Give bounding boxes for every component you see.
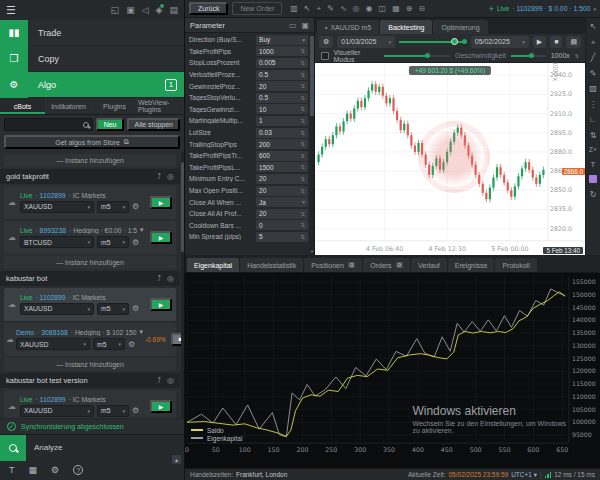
tab-cbots[interactable]: cBots bbox=[0, 98, 46, 114]
start-bot-button[interactable]: ▶ bbox=[150, 298, 172, 311]
parameter-input[interactable]: Buy▾ bbox=[256, 35, 308, 45]
parameter-input[interactable]: 600⇅ bbox=[256, 151, 308, 161]
trading-hours-value[interactable]: Frankfurt, London bbox=[236, 471, 287, 478]
bottom-tab-positionen[interactable]: Positionen0 bbox=[304, 258, 362, 272]
arrows-tool-icon[interactable]: ⇅ bbox=[590, 131, 597, 140]
parameter-input[interactable]: 1⇅ bbox=[256, 116, 308, 126]
bottom-tab-handelsstatistik[interactable]: Handelsstatistik bbox=[240, 258, 303, 272]
add-account-icon[interactable]: + bbox=[489, 4, 494, 14]
add-instance-row[interactable]: — Instanz hinzufügen bbox=[4, 358, 176, 371]
start-date-select[interactable]: 01/03/2025 ▾ bbox=[337, 36, 395, 48]
symbol-select[interactable]: XAUUSD▾ bbox=[20, 405, 94, 417]
share-icon[interactable]: ⤴ bbox=[157, 172, 161, 181]
pattern-tool-icon[interactable]: ▨ bbox=[589, 84, 597, 93]
windows-icon[interactable]: ▣ bbox=[126, 5, 135, 15]
back-button[interactable]: Zurück bbox=[189, 2, 228, 15]
trendline-tool-icon[interactable]: ╱ bbox=[591, 53, 596, 62]
scroll-up-arrow[interactable]: ▲ bbox=[172, 455, 181, 464]
draw-icon[interactable]: ✎ bbox=[327, 4, 334, 13]
bot-section-header[interactable]: kabustar bot test version⤴◎ bbox=[0, 373, 180, 388]
add-instance-row[interactable]: — Instanz hinzufügen bbox=[4, 154, 176, 167]
text-tool-icon[interactable]: T bbox=[591, 160, 596, 169]
analyze-button[interactable] bbox=[0, 435, 26, 461]
start-bot-button[interactable]: ▶ bbox=[150, 400, 172, 413]
parameter-input[interactable]: 0.5⇅ bbox=[256, 93, 308, 103]
panel-menu-icon[interactable]: ▣ bbox=[301, 21, 309, 30]
hamburger-menu-icon[interactable]: ☰ bbox=[6, 4, 16, 17]
start-bot-button[interactable]: ▶ bbox=[150, 196, 172, 209]
menu-item-algo[interactable]: ⚙Algo1 bbox=[0, 72, 184, 98]
share-icon[interactable]: ⤴ bbox=[157, 274, 161, 283]
instance-settings-icon[interactable]: ⚙ bbox=[132, 202, 139, 211]
build-icon[interactable]: ◎ bbox=[167, 376, 174, 385]
progress-slider[interactable] bbox=[384, 55, 450, 57]
parameter-input[interactable]: 200⇅ bbox=[256, 139, 308, 149]
speed-stepper[interactable]: ⇅ bbox=[575, 53, 579, 59]
instance-card[interactable]: ☁Live· 1102899· IC MarketsXAUUSD▾m5▾⚙▶ bbox=[4, 186, 176, 219]
symbol-select[interactable]: BTCUSD▾ bbox=[20, 236, 94, 248]
refresh-tool-icon[interactable]: ↻ bbox=[590, 190, 597, 199]
symbol-select[interactable]: XAUUSD▾ bbox=[16, 338, 90, 350]
chart-tab-backtesting[interactable]: Backtesting bbox=[380, 20, 432, 34]
collapse-panel-icon[interactable]: ▭ bbox=[289, 21, 297, 30]
bottom-tab-eigenkapital[interactable]: Eigenkapital bbox=[187, 258, 239, 272]
instance-settings-icon[interactable]: ⚙ bbox=[132, 238, 139, 247]
search-input[interactable] bbox=[4, 118, 93, 131]
equity-chart[interactable]: 0501001502002503003504004505005506006509… bbox=[185, 273, 600, 468]
instance-settings-icon[interactable]: ⚙ bbox=[132, 304, 139, 313]
calendar-icon[interactable]: ▦ bbox=[29, 465, 38, 475]
chart-layout-icon[interactable]: ▥ bbox=[290, 4, 298, 13]
build-icon[interactable]: ◎ bbox=[167, 274, 174, 283]
bot-section-header[interactable]: gold takprofit⤴◎ bbox=[0, 169, 180, 184]
zoom-out-icon[interactable]: ⊖ bbox=[418, 4, 425, 13]
parameter-input[interactable]: 0.03⇅ bbox=[256, 128, 308, 138]
sidebar-scrollbar[interactable] bbox=[181, 152, 184, 418]
stop-backtest-button[interactable]: ■ bbox=[550, 36, 562, 48]
parameter-input[interactable]: 20⇅ bbox=[256, 81, 308, 91]
text-size-icon[interactable]: T bbox=[9, 465, 15, 475]
start-bot-button[interactable]: ▶ bbox=[150, 231, 172, 244]
build-icon[interactable]: ◎ bbox=[167, 172, 174, 181]
tab-indikatoren[interactable]: Indikatoren bbox=[46, 98, 92, 114]
parameters-scrollbar[interactable]: ▼ bbox=[310, 34, 314, 255]
timeframe-select[interactable]: m5▾ bbox=[93, 338, 125, 350]
parameter-input[interactable]: 1000⇅ bbox=[256, 46, 308, 56]
timezone-select[interactable]: UTC+1 ▾ bbox=[511, 471, 537, 479]
symbol-select[interactable]: XAUUSD▾ bbox=[20, 201, 94, 213]
pointer-icon[interactable]: ↖ bbox=[304, 4, 311, 13]
share-icon[interactable]: ⤴ bbox=[157, 376, 161, 385]
bottom-tab-verlauf[interactable]: Verlauf bbox=[411, 258, 447, 272]
parameter-input[interactable]: 5⇅ bbox=[256, 232, 308, 242]
play-backtest-button[interactable]: ▶ bbox=[533, 36, 546, 48]
dots-tool-icon[interactable]: ⋮ bbox=[589, 100, 597, 109]
get-algos-store-button[interactable]: Get algos from Store ⧉ bbox=[4, 135, 180, 149]
parameter-input[interactable]: 20⇅ bbox=[256, 186, 308, 196]
chart-tab-xauusd[interactable]: •XAUUSD m5 bbox=[317, 20, 379, 34]
bot-section-header[interactable]: kabustar bot⤴◎ bbox=[0, 271, 180, 286]
instance-card[interactable]: ☁Live· 8993238· Hedging · €0.00 · 1:5▾BT… bbox=[4, 221, 176, 254]
tab-webview-plugins[interactable]: WebView-Plugins bbox=[138, 98, 184, 114]
help-icon[interactable]: ? bbox=[73, 465, 83, 475]
zoom-tool-icon[interactable]: Z+ bbox=[589, 146, 597, 153]
pointer-tool-icon[interactable]: ↖ bbox=[590, 22, 597, 31]
timeframe-select[interactable]: m5▾ bbox=[97, 201, 129, 213]
grid-view-icon[interactable]: ▦ bbox=[392, 4, 400, 13]
zoom-in-icon[interactable]: ⊕ bbox=[406, 4, 413, 13]
parameter-input[interactable]: 1500⇅ bbox=[256, 162, 308, 172]
parameter-input[interactable]: 0⇅ bbox=[256, 220, 308, 230]
instance-card[interactable]: ☁Live· 1102899· IC MarketsXAUUSD▾m5▾⚙▶ bbox=[4, 288, 176, 321]
menu-item-copy[interactable]: ❐Copy bbox=[0, 46, 184, 72]
instance-settings-icon[interactable]: ⚙ bbox=[132, 406, 139, 415]
candlestick-chart-area[interactable]: 2940.02925.02910.02895.02880.02865.02850… bbox=[315, 63, 585, 255]
new-bot-button[interactable]: Neu bbox=[96, 118, 125, 131]
end-date-select[interactable]: 05/02/2025 ▾ bbox=[471, 36, 529, 48]
chart-tab-optimierung[interactable]: Optimierung bbox=[433, 20, 487, 34]
timeframe-select[interactable]: m5▾ bbox=[97, 303, 129, 315]
visual-mode-checkbox[interactable] bbox=[321, 52, 329, 60]
bottom-tab-protokoll[interactable]: Protokoll bbox=[495, 258, 536, 272]
crosshair-tool-icon[interactable]: + bbox=[591, 38, 596, 47]
detach-icon[interactable]: ◱ bbox=[111, 5, 120, 15]
instance-settings-icon[interactable]: ⚙ bbox=[128, 340, 135, 349]
alert-icon[interactable]: ◎ bbox=[353, 4, 360, 13]
indicator-icon[interactable]: ∿ bbox=[340, 4, 347, 13]
